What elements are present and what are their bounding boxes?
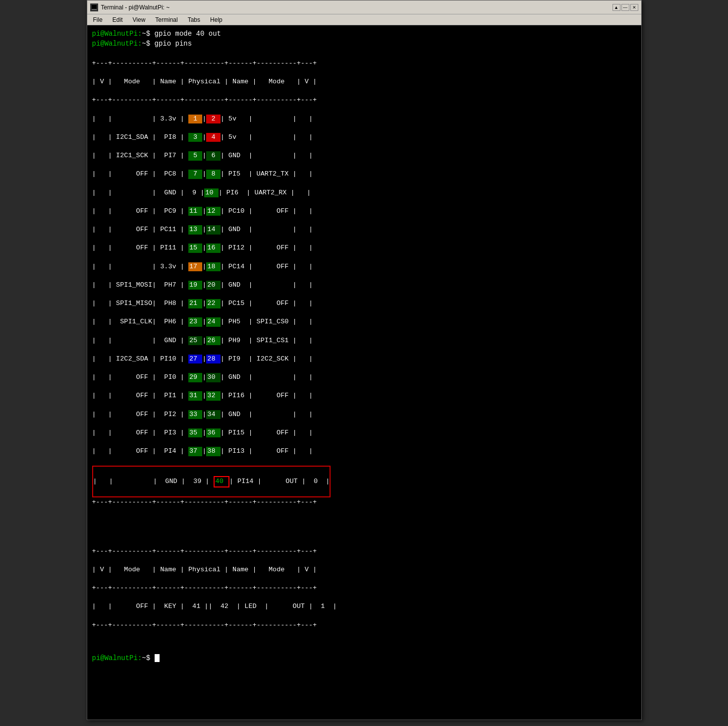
blank-line-1 [92,527,636,537]
row-7-8: | | OFF | PC8 | 7 | 8 | PI5 | UART2_TX |… [92,170,636,179]
table2-row-41-42: | | OFF | KEY | 41 || 42 | LED | OUT | 1… [92,602,636,611]
row-17-18: | | | 3.3v | 17 |18 | PC14 | OFF | | [92,262,636,272]
menu-file[interactable]: File [89,15,107,24]
final-prompt: pi@WalnutPi:~$ [92,654,636,664]
row-39-40-container: | | | GND | 39 | 40 | PI14 | OUT | 0 | [92,466,331,497]
cmd-2: ~$ gpio pins [142,40,192,48]
row-13-14: | | OFF | PC11 | 13 |14 | GND | | | [92,225,636,235]
table2-separator-top: +---+----------+------+----------+------… [92,547,636,556]
row-5-6: | | I2C1_SCK | PI7 | 5 | 6 | GND | | | [92,151,636,161]
prompt-2: pi@WalnutPi: [92,40,142,48]
row-11-12: | | OFF | PC9 | 11 |12 | PC10 | OFF | | [92,207,636,216]
row-19-20: | | SPI1_MOSI| PH7 | 19 |20 | GND | | | [92,281,636,290]
menubar: File Edit View Terminal Tabs Help [87,14,641,25]
command-line-1: pi@WalnutPi:~$ gpio mode 40 out [92,29,636,39]
gpio-table-2: +---+----------+------+----------+------… [92,538,636,649]
prompt-1: pi@WalnutPi: [92,30,142,38]
table2-separator-bottom: +---+----------+------+----------+------… [92,621,636,630]
terminal-body[interactable]: pi@WalnutPi:~$ gpio mode 40 out pi@Walnu… [87,25,641,720]
row-37-38: | | OFF | PI4 | 37 |38 | PI13 | OFF | | [92,447,636,456]
gpio-table: +---+----------+------+----------+------… [92,50,636,526]
menu-view[interactable]: View [129,15,150,24]
command-line-2: pi@WalnutPi:~$ gpio pins [92,39,636,49]
row-15-16: | | OFF | PI11 | 15 |16 | PI12 | OFF | | [92,243,636,253]
row-21-22: | | SPI1_MISO| PH8 | 21 |22 | PC15 | OFF… [92,299,636,308]
cmd-1: ~$ gpio mode 40 out [142,30,221,38]
window-title: Terminal - pi@WalnutPi: ~ [101,4,170,11]
window-controls: ▲ — ✕ [613,4,638,11]
terminal-window: Terminal - pi@WalnutPi: ~ ▲ — ✕ File Edi… [87,0,642,720]
row-29-30: | | OFF | PI0 | 29 |30 | GND | | | [92,373,636,382]
close-button[interactable]: ✕ [630,4,638,11]
cmd-3: ~$ [142,654,154,662]
row-25-26: | | | GND | 25 |26 | PH9 | SPI1_CS1 | | [92,336,636,346]
table2-header: | V | Mode | Name | Physical | Name | Mo… [92,565,636,575]
menu-terminal[interactable]: Terminal [151,15,181,24]
menu-tabs[interactable]: Tabs [184,15,204,24]
row-23-24: | | SPI1_CLK| PH6 | 23 |24 | PH5 | SPI1_… [92,317,636,327]
row-39-40: | | | GND | 39 | 40 | PI14 | OUT | 0 | [93,476,330,487]
prompt-3: pi@WalnutPi: [92,654,142,662]
svg-rect-2 [92,9,97,10]
row-35-36: | | OFF | PI3 | 35 |36 | PI15 | OFF | | [92,428,636,438]
menu-help[interactable]: Help [206,15,226,24]
row-3-4: | | I2C1_SDA | PI8 | 3 | 4 | 5v | | | [92,133,636,142]
row-31-32: | | OFF | PI1 | 31 |32 | PI16 | OFF | | [92,391,636,401]
svg-rect-1 [92,5,97,9]
row-27-28: | | I2C2_SDA | PI10 | 27 |28 | PI9 | I2C… [92,355,636,364]
menu-edit[interactable]: Edit [109,15,127,24]
table-header: | V | Mode | Name | Physical | Name | Mo… [92,77,636,87]
minimize-button[interactable]: ▲ [613,4,620,11]
table-separator-header: +---+----------+------+----------+------… [92,96,636,105]
row-1-2: | | | 3.3v | 1 | 2 | 5v | | | [92,115,636,124]
window-icon [90,3,98,11]
titlebar-left: Terminal - pi@WalnutPi: ~ [90,3,170,11]
row-9-10: | | | GND | 9 |10 | PI6 | UART2_RX | | [92,188,636,198]
titlebar: Terminal - pi@WalnutPi: ~ ▲ — ✕ [87,0,641,14]
cursor [155,654,160,662]
table-separator-top: +---+----------+------+----------+------… [92,59,636,68]
table-separator-bottom: +---+----------+------+----------+------… [92,498,636,507]
maximize-button[interactable]: — [621,4,629,11]
row-33-34: | | OFF | PI2 | 33 |34 | GND | | | [92,410,636,420]
table2-separator-header: +---+----------+------+----------+------… [92,584,636,593]
